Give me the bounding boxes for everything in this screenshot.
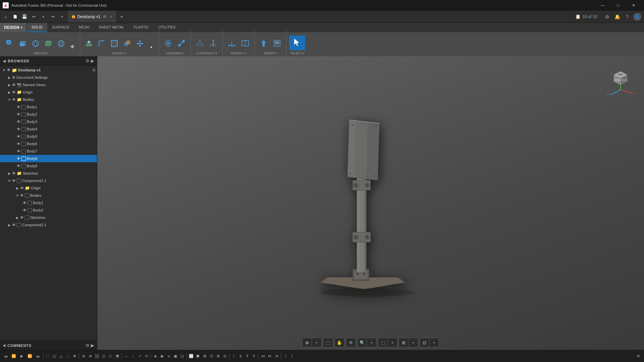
tree-named-views[interactable]: ▶ 👁 📷 Named Views [0, 81, 97, 88]
select-group-arrow[interactable]: ▾ [303, 52, 304, 55]
insert-button[interactable] [257, 38, 270, 50]
component2-eye[interactable]: 👁 [12, 223, 16, 227]
comp1-origin-arrow[interactable]: ▶ [15, 186, 20, 190]
browser-settings-icon[interactable]: ⚙ [86, 58, 90, 63]
nav-tool-2[interactable]: ◱ [51, 353, 57, 360]
vp-zoom-btn[interactable]: 🔍 [358, 338, 367, 347]
minimize-button[interactable]: — [595, 0, 610, 11]
tree-component1-origin[interactable]: ▶ 👁 📁 Origin [0, 184, 97, 192]
home-icon[interactable]: ⌂ [1, 12, 10, 21]
sketches-visibility-icon[interactable]: 👁 [12, 171, 16, 175]
nav-tool-26[interactable]: ⊟ [222, 353, 228, 360]
nav-tool-17[interactable]: ◉ [159, 353, 165, 360]
comp1-origin-eye[interactable]: 👁 [20, 186, 24, 190]
comments-collapse-button[interactable]: ◀ [3, 343, 5, 348]
vp-zoom-arrow[interactable]: ▾ [367, 338, 376, 347]
nav-prev-first-button[interactable]: ⏮ [2, 353, 9, 360]
tree-body9[interactable]: 👁 Body9 [0, 162, 97, 170]
nav-tool-16[interactable]: ◈ [152, 353, 158, 360]
body6-eye[interactable]: 👁 [17, 142, 20, 146]
comp1-sketches-eye[interactable]: 👁 [20, 216, 24, 220]
body5-eye[interactable]: 👁 [17, 134, 20, 138]
bodies-arrow[interactable]: ▼ [7, 98, 12, 102]
inspect-section-button[interactable] [239, 38, 252, 50]
insert-group-arrow[interactable]: ▾ [275, 52, 277, 55]
user-avatar[interactable]: 👤 [633, 13, 641, 21]
assemble-asbuilt-button[interactable] [175, 38, 188, 50]
insert-canvas-button[interactable] [271, 38, 283, 50]
nav-tool-3[interactable]: △ [58, 353, 64, 360]
nav-tool-5[interactable]: ✥ [71, 353, 77, 360]
nav-tool-23[interactable]: ⊠ [202, 353, 208, 360]
tree-body5[interactable]: 👁 Body5 [0, 133, 97, 140]
tree-body6[interactable]: 👁 Body6 [0, 140, 97, 147]
modify-group-arrow[interactable]: ▾ [125, 52, 126, 55]
save-button[interactable]: 💾 [20, 12, 29, 21]
nav-tool-33[interactable]: ⋊ [273, 353, 279, 360]
body8-eye[interactable]: 👁 [17, 157, 20, 161]
tree-component1-bodies[interactable]: ▼ 👁 Bodies [0, 192, 97, 199]
comp1-bodies-eye[interactable]: 👁 [20, 193, 24, 197]
origin-arrow[interactable]: ▶ [7, 90, 12, 94]
help-icon[interactable]: ? [623, 13, 631, 21]
nav-tool-13[interactable]: ↕ [130, 353, 136, 360]
root-settings-icon[interactable]: ⚙ [92, 68, 96, 72]
nav-next-button[interactable]: ⏩ [26, 353, 34, 360]
root-arrow[interactable]: ▼ [1, 68, 7, 72]
create-box-button[interactable] [42, 38, 54, 50]
nav-tool-19[interactable]: ▣ [172, 353, 178, 360]
nav-tool-35[interactable]: ⟩ [289, 353, 295, 360]
nav-tool-11[interactable]: ⬔ [114, 353, 120, 360]
tree-comp1-sketches[interactable]: ▶ 👁 Sketches [0, 214, 97, 221]
nav-next-last-button[interactable]: ⏭ [34, 353, 42, 360]
close-button[interactable]: ✕ [626, 0, 641, 11]
nav-tool-24[interactable]: ⊡ [208, 353, 214, 360]
inspect-measure-button[interactable] [225, 38, 238, 50]
comp1-body1-eye[interactable]: 👁 [23, 201, 26, 205]
nav-settings-button[interactable]: ⚙ [635, 353, 642, 360]
vp-snap-btn[interactable]: ⊞ [399, 338, 409, 347]
nav-tool-6[interactable]: ⊕ [80, 353, 87, 360]
create-group-arrow[interactable]: ▾ [46, 52, 48, 55]
nav-tool-25[interactable]: ⊞ [215, 353, 221, 360]
nav-tool-12[interactable]: ↔ [123, 353, 129, 360]
nav-tool-1[interactable]: ⬚ [45, 353, 51, 360]
sketches-arrow[interactable]: ▶ [7, 172, 12, 175]
vp-pan-btn[interactable]: ✋ [335, 338, 344, 347]
vp-orbit-btn[interactable]: ⟳ [346, 338, 356, 347]
body2-eye[interactable]: 👁 [17, 112, 20, 116]
settings-icon[interactable]: ⚙ [603, 13, 611, 21]
nav-tool-22[interactable]: ⬟ [195, 353, 201, 360]
notification-icon[interactable]: 🔔 [613, 13, 621, 21]
modify-move-button[interactable] [134, 38, 146, 50]
tab-close-icon[interactable]: ✕ [110, 15, 112, 18]
nav-tool-21[interactable]: ⬜ [188, 353, 194, 360]
new-button[interactable]: 📄 [11, 12, 19, 21]
tree-root[interactable]: ▼ 👁 📁 Desklamp v1 ⚙ [0, 66, 97, 74]
tab-add-button[interactable]: + [117, 11, 126, 22]
browser-collapse-button[interactable]: ◀ [3, 59, 6, 63]
comp1-body2-eye[interactable]: 👁 [23, 208, 26, 212]
modify-combine-button[interactable] [121, 38, 133, 50]
vp-snap-arrow[interactable]: ▾ [409, 338, 418, 347]
body9-eye[interactable]: 👁 [17, 164, 20, 168]
browser-expand-icon[interactable]: ▶ [91, 58, 94, 63]
create-more-button[interactable]: ✥ [68, 43, 77, 50]
component1-visibility-icon[interactable]: 👁 [12, 179, 16, 183]
tree-component1[interactable]: ▼ 👁 Component1:1 [0, 177, 97, 184]
tree-body1[interactable]: 👁 Body1 [0, 103, 97, 111]
nav-tool-20[interactable]: ◲ [179, 353, 185, 360]
named-views-arrow[interactable]: ▶ [7, 83, 12, 87]
tree-sketches-root[interactable]: ▶ 👁 📁 Sketches [0, 170, 97, 177]
vp-grid-btn[interactable]: ⊕ [303, 338, 312, 347]
origin-visibility-icon[interactable]: 👁 [12, 90, 16, 94]
modify-fillet-button[interactable] [96, 38, 108, 50]
tab-settings-icon[interactable]: ⚙ [103, 14, 106, 19]
nav-tool-8[interactable]: ⬛ [94, 353, 100, 360]
comp1-bodies-arrow[interactable]: ▼ [15, 194, 20, 197]
body1-eye[interactable]: 👁 [17, 105, 20, 109]
modify-shell-button[interactable] [108, 38, 120, 50]
comp1-sketches-arrow[interactable]: ▶ [15, 216, 20, 220]
tree-document-settings[interactable]: ▶ ⚙ Document Settings [0, 74, 97, 81]
nav-tool-10[interactable]: ⬡ [107, 353, 113, 360]
